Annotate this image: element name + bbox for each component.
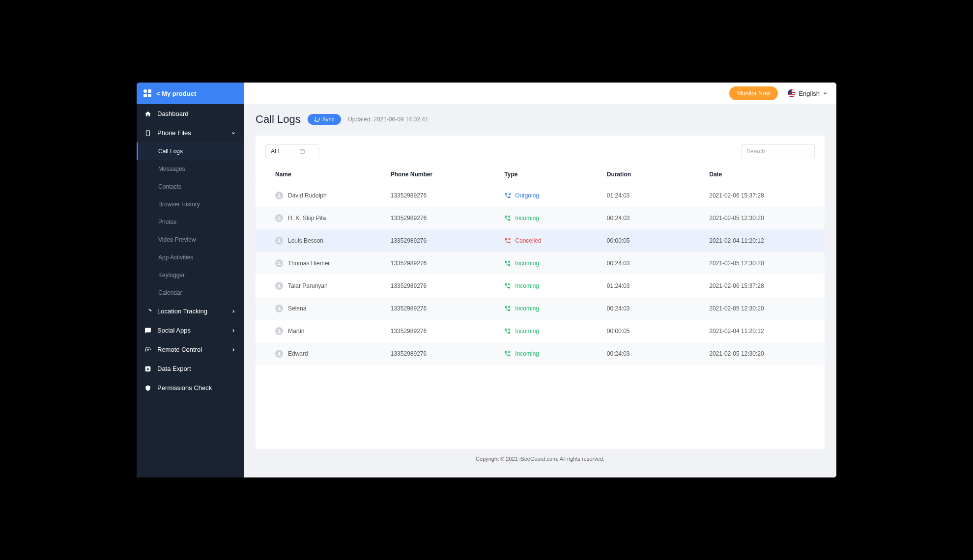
chevron-up-icon	[823, 91, 828, 96]
logo-icon	[143, 89, 151, 97]
chat-icon	[144, 327, 151, 334]
svg-point-2	[147, 349, 149, 351]
sidebar-subitem-messages[interactable]: Messages	[137, 160, 244, 178]
sidebar: < My product Dashboard Phone Files	[137, 83, 244, 477]
call-incoming-icon	[504, 260, 511, 267]
call-incoming-icon	[504, 215, 511, 222]
row-type: Incoming	[504, 328, 587, 335]
table-row[interactable]: H. K. Skip Pita 13352989276 Incoming 00:…	[256, 207, 825, 229]
table-row[interactable]: David Rudolph 13352989276 Outgoing 01:24…	[256, 184, 825, 207]
updated-text: Updated: 2021-06-09 14:02:41	[348, 116, 428, 123]
sidebar-item-dashboard[interactable]: Dashboard	[137, 104, 244, 123]
table-row[interactable]: Thomas Hiemer 13352989276 Incoming 00:24…	[256, 252, 825, 275]
sidebar-subitem-app-activities[interactable]: App Activities	[137, 249, 244, 266]
svg-point-14	[278, 352, 280, 354]
sidebar-header[interactable]: < My product	[137, 83, 244, 104]
sidebar-item-social-apps[interactable]: Social Apps	[137, 321, 244, 340]
svg-point-9	[278, 239, 280, 241]
row-duration: 00:24:03	[597, 252, 699, 275]
sidebar-item-label: Dashboard	[157, 110, 189, 117]
table-row[interactable]: Talar Parunyan 13352989276 Incoming 01:2…	[256, 275, 825, 297]
product-label: < My product	[156, 90, 196, 97]
sidebar-item-remote-control[interactable]: Remote Control	[137, 340, 244, 359]
row-type: Cancelled	[504, 237, 587, 244]
svg-point-8	[278, 217, 280, 218]
sidebar-subitem-calendar[interactable]: Calendar	[137, 284, 244, 302]
row-duration: 00:00:05	[597, 229, 699, 252]
sidebar-item-location-tracking[interactable]: Location Tracking	[137, 302, 244, 321]
sidebar-item-data-export[interactable]: Data Export	[137, 359, 244, 378]
monitor-now-button[interactable]: Monitor Now	[729, 86, 778, 100]
svg-point-12	[278, 307, 280, 308]
row-date: 2021-02-05 12:30:20	[699, 297, 825, 320]
row-type: Incoming	[504, 350, 587, 357]
row-date: 2021-02-05 12:30:20	[699, 342, 825, 365]
svg-point-13	[278, 330, 280, 331]
row-date: 2021-02-04 11:20:12	[699, 229, 825, 252]
sidebar-subitem-video-preview[interactable]: Video Preview	[137, 231, 244, 249]
row-phone: 13352989276	[381, 275, 495, 297]
table-row[interactable]: Edward 13352989276 Incoming 00:24:03 202…	[256, 342, 825, 365]
table-row[interactable]: Selena 13352989276 Incoming 00:24:03 202…	[256, 297, 825, 320]
sidebar-item-label: Location Tracking	[157, 308, 207, 315]
chevron-right-icon	[231, 347, 236, 352]
sidebar-item-label: Social Apps	[157, 327, 191, 334]
filter-select[interactable]: ALL	[265, 144, 319, 158]
row-name: Edward	[288, 350, 308, 357]
search-input[interactable]	[746, 148, 820, 155]
row-date: 2021-02-05 12:30:20	[699, 252, 825, 275]
row-date: 2021-02-05 12:30:20	[699, 207, 825, 229]
row-name: H. K. Skip Pita	[288, 215, 326, 222]
remote-icon	[144, 346, 151, 353]
row-duration: 00:24:03	[597, 207, 699, 229]
svg-rect-3	[300, 150, 305, 154]
card-controls: ALL	[256, 144, 825, 165]
row-type: Incoming	[504, 215, 587, 222]
search-box[interactable]	[741, 144, 815, 158]
table-row[interactable]: Louis Besson 13352989276 Cancelled 00:00…	[256, 229, 825, 252]
row-type: Incoming	[504, 260, 587, 267]
row-duration: 00:24:03	[597, 297, 699, 320]
sidebar-item-label: Data Export	[157, 365, 191, 372]
home-icon	[144, 111, 151, 117]
row-phone: 13352989276	[381, 207, 495, 229]
topbar: Monitor Now English	[244, 83, 836, 104]
th-phone: Phone Number	[381, 165, 495, 184]
sidebar-item-permissions-check[interactable]: Permissions Check	[137, 378, 244, 397]
call-incoming-icon	[504, 282, 511, 289]
sidebar-subitem-call-logs[interactable]: Call Logs	[137, 142, 244, 160]
avatar-icon	[275, 192, 283, 199]
name-cell: Thomas Hiemer	[275, 259, 371, 267]
row-date: 2021-02-06 15:37:28	[699, 275, 825, 297]
filter-value: ALL	[271, 148, 281, 155]
sidebar-subitem-contacts[interactable]: Contacts	[137, 178, 244, 196]
language-selector[interactable]: English	[788, 89, 828, 97]
th-duration: Duration	[597, 165, 699, 184]
sidebar-subitem-keylogger[interactable]: Keylogger	[137, 266, 244, 284]
row-name: David Rudolph	[288, 192, 327, 199]
table-row[interactable]: Martin 13352989276 Incoming 00:00:05 202…	[256, 320, 825, 342]
avatar-icon	[275, 259, 283, 267]
flag-us-icon	[788, 89, 796, 97]
sidebar-subitem-photos[interactable]: Photos	[137, 213, 244, 231]
row-phone: 13352989276	[381, 320, 495, 342]
sidebar-item-label: Phone Files	[157, 129, 191, 137]
location-icon	[144, 308, 151, 315]
name-cell: Edward	[275, 350, 371, 358]
th-type: Type	[494, 165, 597, 184]
row-name: Selena	[288, 305, 306, 312]
sidebar-subitem-browser-history[interactable]: Browser History	[137, 196, 244, 213]
row-date: 2021-02-06 15:37:28	[699, 184, 825, 207]
call-cancelled-icon	[504, 237, 511, 244]
sidebar-item-phone-files[interactable]: Phone Files	[137, 123, 244, 142]
page-title: Call Logs	[256, 113, 301, 126]
svg-point-1	[147, 309, 149, 311]
phone-icon	[144, 130, 151, 137]
sidebar-item-label: Remote Control	[157, 346, 202, 353]
sync-button[interactable]: Sync	[308, 114, 341, 125]
name-cell: H. K. Skip Pita	[275, 214, 371, 222]
refresh-icon	[315, 117, 320, 122]
row-phone: 13352989276	[381, 229, 495, 252]
row-phone: 13352989276	[381, 297, 495, 320]
chevron-right-icon	[231, 309, 236, 314]
